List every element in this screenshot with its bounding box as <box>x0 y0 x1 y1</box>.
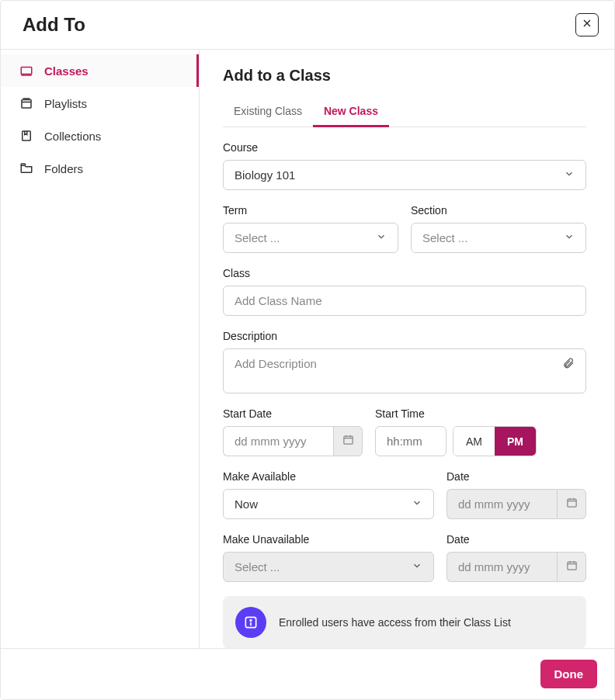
start-time-field: AM PM <box>375 426 586 456</box>
modal-body: Classes Playlists Collections Folders <box>1 50 614 648</box>
make-unavailable-placeholder: Select ... <box>235 560 280 574</box>
sidebar-item-folders[interactable]: Folders <box>1 152 199 185</box>
sidebar-item-label: Playlists <box>44 97 87 110</box>
calendar-icon <box>566 497 578 511</box>
close-button[interactable] <box>575 13 599 36</box>
done-button[interactable]: Done <box>540 660 598 688</box>
collections-icon <box>19 129 33 143</box>
ampm-toggle: AM PM <box>453 426 537 456</box>
start-date-input[interactable] <box>223 426 333 456</box>
main-panel: Add to a Class Existing Class New Class … <box>200 50 614 648</box>
svg-rect-5 <box>567 562 575 570</box>
available-date-field <box>446 489 586 519</box>
start-time-input[interactable] <box>375 426 446 456</box>
sidebar-item-label: Classes <box>44 64 89 78</box>
start-date-label: Start Date <box>223 407 363 420</box>
modal-header: Add To <box>1 1 614 50</box>
chevron-down-icon <box>564 231 575 244</box>
make-available-value: Now <box>235 497 258 511</box>
description-input[interactable] <box>235 357 556 383</box>
am-button[interactable]: AM <box>453 427 495 456</box>
main-heading: Add to a Class <box>223 67 586 85</box>
chevron-down-icon <box>412 560 422 574</box>
info-box: Enrolled users have access from their Cl… <box>223 596 586 648</box>
section-label: Section <box>411 204 586 217</box>
tab-existing-class[interactable]: Existing Class <box>223 99 313 127</box>
sidebar: Classes Playlists Collections Folders <box>1 50 200 648</box>
section-select[interactable]: Select ... <box>411 223 586 253</box>
unavailable-date-picker-button <box>557 552 586 582</box>
make-unavailable-select[interactable]: Select ... <box>223 552 434 582</box>
tabs: Existing Class New Class <box>223 99 586 127</box>
chevron-down-icon <box>564 168 575 182</box>
section-select-placeholder: Select ... <box>422 231 467 244</box>
tab-new-class[interactable]: New Class <box>313 99 389 127</box>
playlists-icon <box>19 96 33 110</box>
available-date-picker-button <box>557 489 586 519</box>
description-label: Description <box>223 330 586 342</box>
info-icon <box>235 607 266 638</box>
term-select[interactable]: Select ... <box>223 223 398 253</box>
pm-button[interactable]: PM <box>495 427 536 456</box>
available-date-label: Date <box>446 470 586 483</box>
class-label: Class <box>223 267 586 279</box>
term-select-placeholder: Select ... <box>235 231 280 244</box>
close-icon <box>581 17 593 33</box>
svg-rect-3 <box>343 436 352 444</box>
chevron-down-icon <box>412 497 422 511</box>
start-date-picker-button[interactable] <box>333 426 363 456</box>
course-select-value: Biology 101 <box>235 168 295 182</box>
course-select[interactable]: Biology 101 <box>223 160 586 190</box>
make-unavailable-label: Make Unavailable <box>223 533 434 546</box>
classes-icon <box>19 64 33 78</box>
svg-rect-4 <box>567 499 575 507</box>
sidebar-item-label: Folders <box>44 162 83 175</box>
calendar-icon <box>566 560 578 574</box>
class-name-input[interactable] <box>223 286 586 316</box>
attachment-icon[interactable] <box>562 357 575 372</box>
folders-icon <box>19 161 33 175</box>
description-field[interactable] <box>223 348 586 393</box>
term-label: Term <box>223 204 398 217</box>
start-date-field <box>223 426 363 456</box>
sidebar-item-classes[interactable]: Classes <box>1 54 199 87</box>
add-to-modal: Add To Classes Playlists <box>0 0 615 700</box>
sidebar-item-collections[interactable]: Collections <box>1 120 199 152</box>
sidebar-item-playlists[interactable]: Playlists <box>1 87 199 120</box>
make-available-select[interactable]: Now <box>223 489 434 519</box>
available-date-input <box>446 489 557 519</box>
chevron-down-icon <box>376 231 387 244</box>
unavailable-date-field <box>446 552 586 582</box>
sidebar-item-label: Collections <box>44 130 101 143</box>
make-available-label: Make Available <box>223 470 434 483</box>
info-text: Enrolled users have access from their Cl… <box>279 616 511 629</box>
modal-footer: Done <box>1 648 614 699</box>
calendar-icon <box>342 434 354 449</box>
svg-rect-0 <box>21 68 32 75</box>
svg-rect-1 <box>22 100 31 109</box>
unavailable-date-label: Date <box>446 533 586 546</box>
start-time-label: Start Time <box>375 407 586 420</box>
modal-title: Add To <box>23 14 85 36</box>
svg-point-7 <box>250 620 252 622</box>
unavailable-date-input <box>446 552 557 582</box>
course-label: Course <box>223 141 586 154</box>
